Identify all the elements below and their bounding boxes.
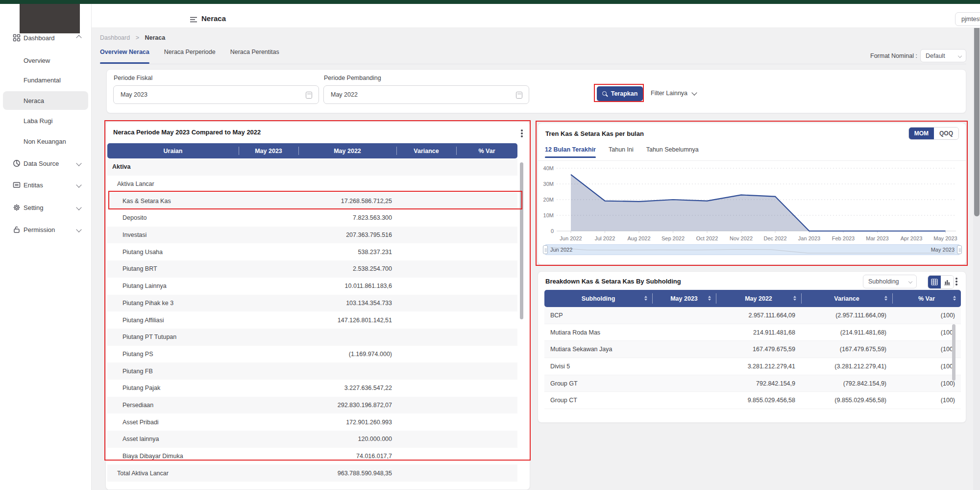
- table-row-piutang-fb[interactable]: Piutang FB: [107, 362, 517, 380]
- chart-tab-12-bulan-terakhir[interactable]: 12 Bulan Terakhir: [545, 146, 596, 158]
- table-view-icon[interactable]: [928, 276, 941, 288]
- column-header-variance[interactable]: Variance: [801, 290, 892, 307]
- row-label: Biaya Dibayar Dimuka: [107, 448, 183, 465]
- table-row-group-ct[interactable]: Group CT9.855.029.456,58(9.855.029.456,5…: [544, 392, 961, 409]
- table-row-aktiva[interactable]: Aktiva: [107, 158, 517, 176]
- x-axis-tick: May 2023: [933, 235, 957, 241]
- periode-fiskal-input[interactable]: May 2023: [113, 85, 319, 104]
- breakdown-group-select[interactable]: Subholding: [863, 275, 917, 288]
- table-row-piutang-pajak[interactable]: Piutang Pajak3.227.636.547,22: [107, 380, 517, 397]
- sidebar-item-setting[interactable]: Setting: [0, 198, 92, 217]
- tab-overview-neraca[interactable]: Overview Neraca: [100, 49, 149, 64]
- sort-icon[interactable]: [884, 296, 887, 301]
- trend-chart-title: Tren Kas & Setara Kas per bulan: [545, 130, 644, 137]
- column-header-may-2022[interactable]: May 2022: [716, 290, 801, 307]
- column-header-may-2023[interactable]: May 2023: [652, 290, 716, 307]
- chart-tab-tahun-sebelumnya[interactable]: Tahun Sebelumnya: [646, 146, 699, 158]
- row-value-may-2022: 3.227.636.547,22: [298, 380, 396, 397]
- format-nominal-label: Format Nominal :: [870, 52, 917, 59]
- apply-button[interactable]: Terapkan: [597, 86, 643, 101]
- chart-range-navigator[interactable]: Jun 2022 May 2023: [545, 244, 960, 255]
- chart-tab-tahun-ini[interactable]: Tahun Ini: [609, 146, 634, 158]
- sort-icon[interactable]: [793, 296, 796, 301]
- table-row-piutang-usaha[interactable]: Piutang Usaha538.237.231: [107, 243, 517, 260]
- sort-icon[interactable]: [953, 296, 956, 301]
- sort-icon[interactable]: [644, 296, 647, 301]
- row-label: Mutiara Roda Mas: [544, 324, 600, 341]
- user-dropdown[interactable]: pjmtest: [955, 12, 980, 26]
- y-axis-tick: 10M: [543, 212, 554, 218]
- table-row-piutang-pt-tutupan[interactable]: Piutang PT Tutupan: [107, 329, 517, 346]
- sidebar-item-permission[interactable]: Permission: [0, 220, 92, 239]
- column-header-label: May 2023: [255, 148, 282, 155]
- table-row-kas-setara-kas[interactable]: Kas & Setara Kas17.268.586.712,25: [107, 192, 517, 209]
- table-row-divisi-5[interactable]: Divisi 53.281.212.279,41(3.281.212.279,4…: [544, 358, 961, 375]
- kebab-menu-icon[interactable]: [956, 281, 957, 283]
- sidebar-item-non-keuangan[interactable]: Non Keuangan: [24, 136, 66, 146]
- column-header-var[interactable]: % Var: [456, 143, 517, 158]
- neraca-table-card: Neraca Periode May 2023 Compared to May …: [105, 121, 530, 490]
- column-header-label: May 2022: [745, 295, 772, 302]
- table-row-piutang-ps[interactable]: Piutang PS(1.169.974.000): [107, 346, 517, 363]
- table-row-deposito[interactable]: Deposito7.823.563.300: [107, 209, 517, 227]
- table-row-investasi[interactable]: Investasi207.363.795.516: [107, 227, 517, 244]
- table-row-piutang-lainnya[interactable]: Piutang Lainnya10.011.861.183,6: [107, 278, 517, 295]
- row-value-may-2022: 147.126.801.142,51: [298, 311, 396, 329]
- page-scrollbar-track[interactable]: [973, 4, 980, 490]
- column-header-subholding[interactable]: Subholding: [544, 290, 652, 307]
- more-filters-button[interactable]: Filter Lainnya: [651, 90, 696, 97]
- navigator-left-handle[interactable]: [543, 245, 548, 254]
- row-value-may-2022: 207.363.795.516: [298, 227, 396, 244]
- kebab-menu-icon[interactable]: [521, 132, 523, 134]
- navigator-right-handle[interactable]: [957, 245, 962, 254]
- tab-neraca-perentitas[interactable]: Neraca Perentitas: [230, 49, 279, 64]
- chart-view-icon[interactable]: [941, 276, 954, 288]
- trend-chart-card: Tren Kas & Setara Kas per bulan MOM QOQ …: [538, 123, 966, 265]
- table-row-asset-lainnya[interactable]: Asset lainnya120.000.000: [107, 431, 517, 448]
- table-row-total-aktiva-lancar[interactable]: Total Aktiva Lancar963.788.590.948,35: [107, 464, 517, 482]
- tab-neraca-perperiode[interactable]: Neraca Perperiode: [164, 49, 216, 64]
- table-row-aktiva-lancar[interactable]: Aktiva Lancar: [107, 176, 517, 193]
- table-row-bcp[interactable]: BCP2.957.111.664,09(2.957.111.664,09)(10…: [544, 307, 961, 324]
- table-scrollbar[interactable]: [952, 324, 956, 381]
- view-toggle: [928, 275, 954, 289]
- table-scrollbar[interactable]: [520, 162, 523, 319]
- table-row-piutang-brt[interactable]: Piutang BRT2.538.254.700: [107, 260, 517, 278]
- sidebar-item-entitas[interactable]: Entitas: [0, 175, 92, 195]
- row-label: Piutang Usaha: [107, 243, 163, 260]
- mom-button[interactable]: MOM: [909, 128, 934, 139]
- sidebar-item-data-source[interactable]: Data Source: [0, 154, 92, 173]
- tabs-divider: [100, 64, 966, 64]
- breakdown-table-header: SubholdingMay 2023May 2022Variance% Var: [544, 290, 961, 307]
- chevron-down-icon: [76, 205, 81, 210]
- sort-icon[interactable]: [708, 296, 711, 301]
- y-axis-tick: 30M: [543, 181, 554, 187]
- column-header-var[interactable]: % Var: [892, 290, 961, 307]
- sidebar-item-laba-rugi[interactable]: Laba Rugi: [24, 116, 52, 126]
- menu-toggle-icon[interactable]: [190, 16, 197, 25]
- sidebar-item-fundamental[interactable]: Fundamental: [24, 75, 61, 85]
- table-row-piutang-affiliasi[interactable]: Piutang Affiliasi147.126.801.142,51: [107, 311, 517, 329]
- table-row-persediaan[interactable]: Persediaan292.830.196.872,07: [107, 397, 517, 414]
- neraca-table-body: AktivaAktiva LancarKas & Setara Kas17.26…: [107, 158, 517, 490]
- column-header-may-2022[interactable]: May 2022: [298, 143, 396, 158]
- page-scrollbar-thumb[interactable]: [974, 9, 980, 216]
- qoq-button[interactable]: QOQ: [934, 128, 958, 139]
- sidebar-item-overview[interactable]: Overview: [24, 55, 50, 65]
- row-value-may-2022: 963.788.590.948,35: [298, 464, 396, 482]
- table-row-biaya-dibayar-dimuka[interactable]: Biaya Dibayar Dimuka74.016.017,7: [107, 448, 517, 465]
- format-nominal-select[interactable]: Default: [920, 49, 966, 62]
- breadcrumb-parent[interactable]: Dashboard: [100, 34, 130, 41]
- data-source-icon: [13, 159, 21, 167]
- column-header-uraian[interactable]: Uraian: [107, 143, 239, 158]
- table-row-mutiara-sekawan-jaya[interactable]: Mutiara Sekawan Jaya167.479.675,59(167.4…: [544, 341, 961, 358]
- table-row-mutiara-roda-mas[interactable]: Mutiara Roda Mas214.911.481,68(214.911.4…: [544, 324, 961, 341]
- column-header-may-2023[interactable]: May 2023: [239, 143, 298, 158]
- row-value-may-2022: 120.000.000: [298, 431, 396, 448]
- column-header-variance[interactable]: Variance: [396, 143, 456, 158]
- table-row-asset-pribadi[interactable]: Asset Pribadi172.901.260.993: [107, 413, 517, 431]
- sidebar-item-neraca[interactable]: Neraca: [24, 96, 44, 105]
- table-row-piutang-pihak-ke-3[interactable]: Piutang Pihak ke 3103.134.354.733: [107, 295, 517, 312]
- periode-pembanding-input[interactable]: May 2022: [323, 85, 529, 104]
- table-row-group-gt[interactable]: Group GT792.842.154,9(792.842.154,9)(100…: [544, 375, 961, 392]
